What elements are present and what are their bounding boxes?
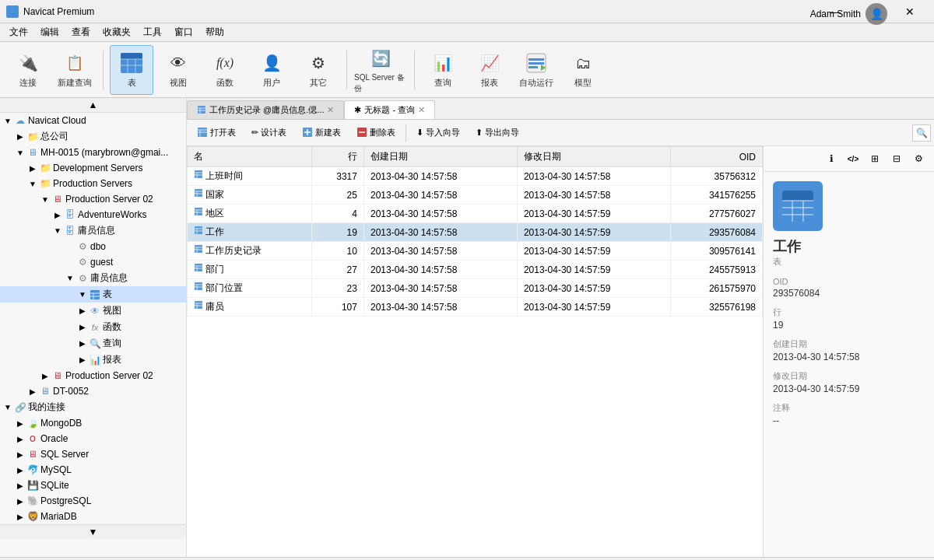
sidebar-item-mongodb[interactable]: ▶ 🍃 MongoDB xyxy=(0,415,186,431)
other-icon: ⚙ xyxy=(306,51,331,75)
svg-rect-40 xyxy=(195,226,202,234)
menu-view[interactable]: 查看 xyxy=(65,24,97,40)
table-row[interactable]: 上班时间 3317 2013-04-30 14:57:58 2013-04-30… xyxy=(188,167,763,186)
sidebar-item-func-group[interactable]: ▶ fx 函数 xyxy=(0,319,186,335)
info-btn[interactable]: ℹ xyxy=(822,149,841,168)
sidebar-item-prod-server-02-top[interactable]: ▼ 🖥 Production Server 02 xyxy=(0,191,186,207)
sidebar-scroll-down[interactable]: ▼ xyxy=(0,524,186,539)
info-subtitle: 表 xyxy=(773,256,925,268)
sidebar-item-report-group[interactable]: ▶ 📊 报表 xyxy=(0,352,186,368)
sidebar-item-dbo[interactable]: ⚙ dbo xyxy=(0,239,186,254)
sidebar-scroll-up[interactable]: ▲ xyxy=(0,98,186,113)
toolbar-other[interactable]: ⚙ 其它 xyxy=(297,45,340,95)
sidebar-item-sqlserver[interactable]: ▶ 🖥 SQL Server xyxy=(0,446,186,462)
cell-rows: 107 xyxy=(311,298,363,317)
menu-file[interactable]: 文件 xyxy=(3,24,34,40)
open-table-button[interactable]: 打开表 xyxy=(190,124,243,142)
table-row[interactable]: 工作历史记录 10 2013-04-30 14:57:58 2013-04-30… xyxy=(188,242,763,261)
cell-rows: 19 xyxy=(311,223,363,242)
col-created[interactable]: 创建日期 xyxy=(363,147,517,167)
tab-query[interactable]: ✱ 无标题 - 查询 ✕ xyxy=(344,100,435,119)
user-area: Adam Smith 👤 xyxy=(810,3,887,25)
table-row[interactable]: 地区 4 2013-04-30 14:57:58 2013-04-30 14:5… xyxy=(188,205,763,223)
import-wizard-button[interactable]: ⬇ 导入向导 xyxy=(409,124,467,142)
toolbar-report[interactable]: 📈 报表 xyxy=(468,45,511,95)
tab-history[interactable]: 工作历史记录 @庸员信息.偲... ✕ xyxy=(187,100,344,119)
sidebar-item-guest[interactable]: ⚙ guest xyxy=(0,254,186,270)
table-row[interactable]: 部门 27 2013-04-30 14:57:58 2013-04-30 14:… xyxy=(188,261,763,279)
split-v-btn[interactable]: ⊟ xyxy=(887,149,906,168)
sidebar-item-mariadb[interactable]: ▶ 🦁 MariaDB xyxy=(0,509,186,524)
sidebar-item-yuangong-db[interactable]: ▼ 🗄 庸员信息 xyxy=(0,222,186,239)
sidebar-item-oracle[interactable]: ▶ O Oracle xyxy=(0,431,186,446)
search-icon: 🔍 xyxy=(916,128,928,138)
menu-window[interactable]: 窗口 xyxy=(168,24,199,40)
settings-btn[interactable]: ⚙ xyxy=(909,149,928,168)
sidebar-item-navicat-cloud[interactable]: ▼ ☁ Navicat Cloud xyxy=(0,113,186,128)
sidebar-item-dev-servers[interactable]: ▶ 📁 Development Servers xyxy=(0,160,186,176)
search-box[interactable]: 🔍 xyxy=(912,124,931,142)
menu-help[interactable]: 帮助 xyxy=(199,24,230,40)
menubar: 文件 编辑 查看 收藏夹 工具 窗口 帮助 xyxy=(0,23,934,42)
tab-query-close[interactable]: ✕ xyxy=(418,105,425,115)
toolbar-sqlserver[interactable]: 🔄 SQL Server 备份 xyxy=(353,45,408,95)
table-row[interactable]: 庸员 107 2013-04-30 14:57:58 2013-04-30 14… xyxy=(188,298,763,317)
tab-history-close[interactable]: ✕ xyxy=(327,105,334,115)
sidebar-item-company[interactable]: ▶ 📁 总公司 xyxy=(0,128,186,145)
sidebar-item-mysql[interactable]: ▶ 🐬 MySQL xyxy=(0,462,186,478)
sidebar-item-prod-servers[interactable]: ▼ 📁 Production Servers xyxy=(0,176,186,191)
expand-arrow: ▶ xyxy=(16,512,25,521)
table-row[interactable]: 部门位置 23 2013-04-30 14:57:58 2013-04-30 1… xyxy=(188,279,763,298)
design-table-button[interactable]: ✏ 设计表 xyxy=(244,124,293,142)
export-wizard-button[interactable]: ⬆ 导出向导 xyxy=(469,124,526,142)
oracle-icon: O xyxy=(26,432,39,445)
sidebar-item-query-group[interactable]: ▶ 🔍 查询 xyxy=(0,335,186,352)
ddl-btn[interactable]: </> xyxy=(844,149,862,168)
sidebar-item-sqlite[interactable]: ▶ 💾 SQLite xyxy=(0,478,186,493)
cell-modified: 2013-04-30 14:57:59 xyxy=(517,298,670,317)
delete-table-button[interactable]: 删除表 xyxy=(349,124,402,142)
avatar: 👤 xyxy=(866,3,887,25)
table-tab-icon xyxy=(197,105,206,116)
sidebar-item-view-group[interactable]: ▶ 👁 视图 xyxy=(0,303,186,319)
sidebar-item-label: Production Servers xyxy=(53,178,132,189)
col-modified[interactable]: 修改日期 xyxy=(517,147,670,167)
toolbar-autorun[interactable]: 自动运行 xyxy=(514,45,558,95)
sidebar-item-postgresql[interactable]: ▶ 🐘 PostgreSQL xyxy=(0,493,186,509)
toolbar-view[interactable]: 👁 视图 xyxy=(156,45,200,95)
sidebar-item-label: Oracle xyxy=(40,433,68,444)
sidebar-item-dt0052[interactable]: ▶ 🖥 DT-0052 xyxy=(0,383,186,399)
sidebar-item-label: PostgreSQL xyxy=(40,495,91,506)
toolbar-connect[interactable]: 🔌 连接 xyxy=(6,45,50,95)
sidebar-item-prod-server-02-bottom[interactable]: ▶ 🖥 Production Server 02 xyxy=(0,368,186,383)
user-icon: 👤 xyxy=(259,51,284,75)
menu-edit[interactable]: 编辑 xyxy=(34,24,65,40)
info-title: 工作 xyxy=(773,237,925,256)
menu-favorites[interactable]: 收藏夹 xyxy=(97,24,137,40)
table-preview-icon xyxy=(773,181,823,231)
col-oid[interactable]: OID xyxy=(670,147,762,167)
new-table-button[interactable]: 新建表 xyxy=(295,124,348,142)
toolbar-user[interactable]: 👤 用户 xyxy=(250,45,293,95)
toolbar-new-query[interactable]: 📋 新建查询 xyxy=(53,45,97,95)
col-name[interactable]: 名 xyxy=(188,147,312,167)
toolbar-func[interactable]: f(x) 函数 xyxy=(203,45,247,95)
export-icon: ⬆ xyxy=(476,128,483,138)
sidebar-item-mh0015[interactable]: ▼ 🖥 MH-0015 (marybrown@gmai... xyxy=(0,145,186,160)
toolbar-query[interactable]: 📊 查询 xyxy=(421,45,465,95)
sidebar-item-my-connections[interactable]: ▼ 🔗 我的连接 xyxy=(0,399,186,415)
table-row[interactable]: 国家 25 2013-04-30 14:57:58 2013-04-30 14:… xyxy=(188,186,763,205)
menu-tools[interactable]: 工具 xyxy=(137,24,168,40)
toolbar-model[interactable]: 🗂 模型 xyxy=(561,45,605,95)
split-h-btn[interactable]: ⊞ xyxy=(866,149,884,168)
close-button[interactable]: ✕ xyxy=(892,0,928,23)
col-rows[interactable]: 行 xyxy=(311,147,363,167)
sidebar-item-label: 查询 xyxy=(103,337,121,350)
tab-query-label: 无标题 - 查询 xyxy=(364,104,415,116)
table-row[interactable]: 工作 19 2013-04-30 14:57:58 2013-04-30 14:… xyxy=(188,223,763,242)
sidebar-item-table-group[interactable]: ▼ 表 xyxy=(0,286,186,303)
toolbar-table[interactable]: 表 xyxy=(110,45,153,95)
server-icon: 🖥 xyxy=(51,193,64,205)
sidebar-item-adventureworks[interactable]: ▶ 🗄 AdventureWorks xyxy=(0,207,186,222)
sidebar-item-yuangong-schema[interactable]: ▼ ⚙ 庸员信息 xyxy=(0,270,186,286)
